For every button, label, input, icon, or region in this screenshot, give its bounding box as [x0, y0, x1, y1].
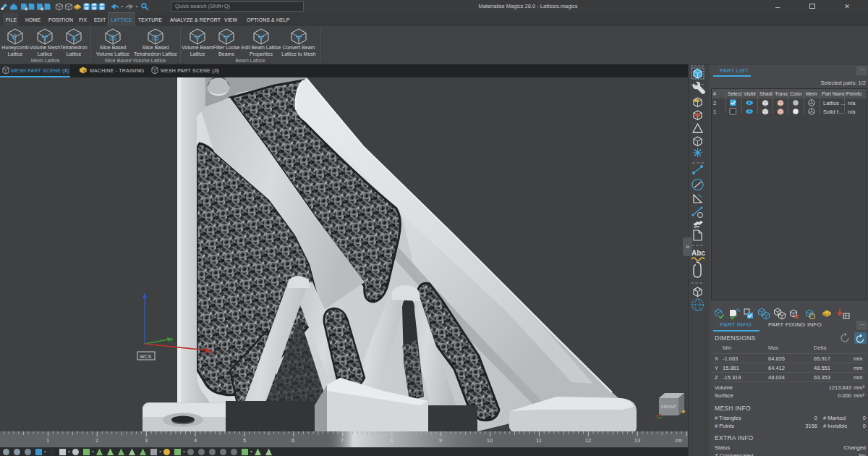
svg-text:x: x [211, 350, 214, 355]
svg-text:Solid f...: Solid f... [823, 109, 843, 115]
svg-text:y: y [171, 337, 174, 342]
svg-text:Lattice ...: Lattice ... [823, 100, 845, 106]
svg-text:Abc: Abc [692, 249, 705, 257]
svg-text:WCS: WCS [140, 354, 152, 359]
svg-text:n/a: n/a [848, 109, 856, 115]
svg-text:FRONT: FRONT [661, 405, 676, 409]
svg-text:1: 1 [713, 109, 716, 115]
svg-text:2: 2 [713, 100, 716, 106]
svg-text:n/a: n/a [848, 100, 856, 106]
